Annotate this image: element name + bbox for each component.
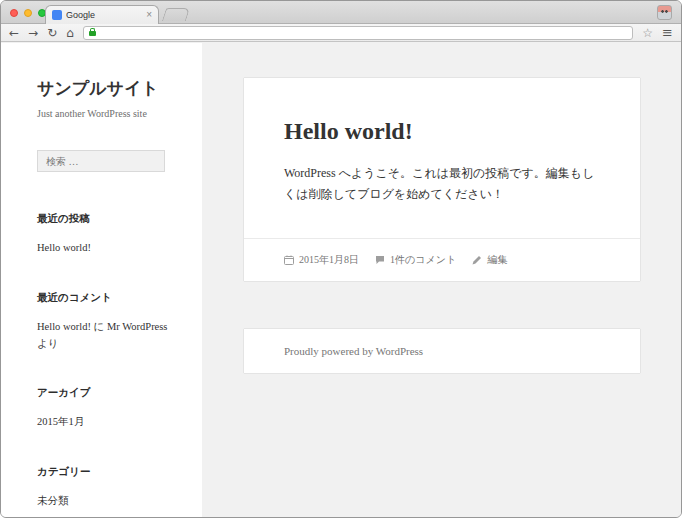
recent-post-link[interactable]: Hello world! [37,242,91,253]
site-tagline: Just another WordPress site [37,108,176,119]
comment-author-link[interactable]: Mr WordPress [107,321,168,332]
widget-title: カテゴリー [37,465,176,479]
window-close-button[interactable] [10,9,18,17]
post-title-link[interactable]: Hello world! [284,118,600,145]
new-tab-button[interactable] [162,8,190,21]
widget-recent-comments: 最近のコメント Hello world! に Mr WordPress より [37,291,176,353]
home-button[interactable]: ⌂ [66,27,74,39]
widget-recent-posts: 最近の投稿 Hello world! [37,212,176,257]
archive-link[interactable]: 2015年1月 [37,416,84,427]
category-link[interactable]: 未分類 [37,495,69,506]
browser-toolbar: ← → ↻ ⌂ ☆ ≡ [1,24,681,42]
post-card: Hello world! WordPress へようこそ。これは最初の投稿です。… [244,78,640,281]
post-date-text: 2015年1月8日 [299,253,359,267]
widget-categories: カテゴリー 未分類 [37,465,176,510]
widget-archives: アーカイブ 2015年1月 [37,386,176,431]
comment-connector: に [91,321,107,332]
post-comments-text: 1件のコメント [390,253,456,267]
window-controls [10,9,46,17]
comment-suffix: より [37,338,59,349]
sidebar: サンプルサイト Just another WordPress site 最近の投… [1,43,202,517]
widget-title: 最近のコメント [37,291,176,305]
extension-icon[interactable] [657,5,672,20]
edit-pencil-icon [472,255,482,265]
list-item: 2015年1月 [37,414,176,431]
post-edit-link[interactable]: 編集 [472,253,507,267]
calendar-icon [284,255,294,265]
list-item: Hello world! に Mr WordPress より [37,319,176,353]
ssl-lock-icon[interactable] [89,31,96,36]
bookmark-star-icon[interactable]: ☆ [642,27,653,39]
widget-title: アーカイブ [37,386,176,400]
list-item: Hello world! [37,240,176,257]
post-meta-bar: 2015年1月8日 1件のコメント 編集 [244,238,640,281]
wordpress-link[interactable]: WordPress [376,345,423,357]
window-minimize-button[interactable] [24,9,32,17]
post-date-link[interactable]: 2015年1月8日 [284,253,359,267]
search-input[interactable] [37,150,165,172]
site-title-link[interactable]: サンプルサイト [37,77,176,100]
footer-text: Proudly powered by [284,345,376,357]
tab-title: Google [66,10,142,20]
widget-title: 最近の投稿 [37,212,176,226]
post-comments-link[interactable]: 1件のコメント [375,253,456,267]
google-favicon-icon [52,10,62,20]
tab-close-icon[interactable]: × [146,10,152,20]
site-footer: Proudly powered by WordPress [244,329,640,373]
comment-icon [375,255,385,265]
address-bar[interactable] [83,26,634,40]
reload-button[interactable]: ↻ [47,27,57,39]
browser-titlebar[interactable]: Google × [1,1,681,24]
list-item: 未分類 [37,493,176,510]
url-input[interactable] [101,27,628,39]
forward-button[interactable]: → [28,27,38,39]
browser-window: Google × ← → ↻ ⌂ ☆ ≡ サンプルサイト Just anothe… [0,0,682,518]
browser-tab[interactable]: Google × [45,5,159,24]
menu-icon[interactable]: ≡ [662,26,673,39]
back-button[interactable]: ← [9,27,19,39]
comment-post-link[interactable]: Hello world! [37,321,91,332]
post-edit-text: 編集 [487,253,507,267]
post-body: WordPress へようこそ。これは最初の投稿です。編集もしくは削除してブログ… [284,163,600,206]
main-content: Hello world! WordPress へようこそ。これは最初の投稿です。… [202,43,681,517]
page-content: サンプルサイト Just another WordPress site 最近の投… [1,43,681,517]
